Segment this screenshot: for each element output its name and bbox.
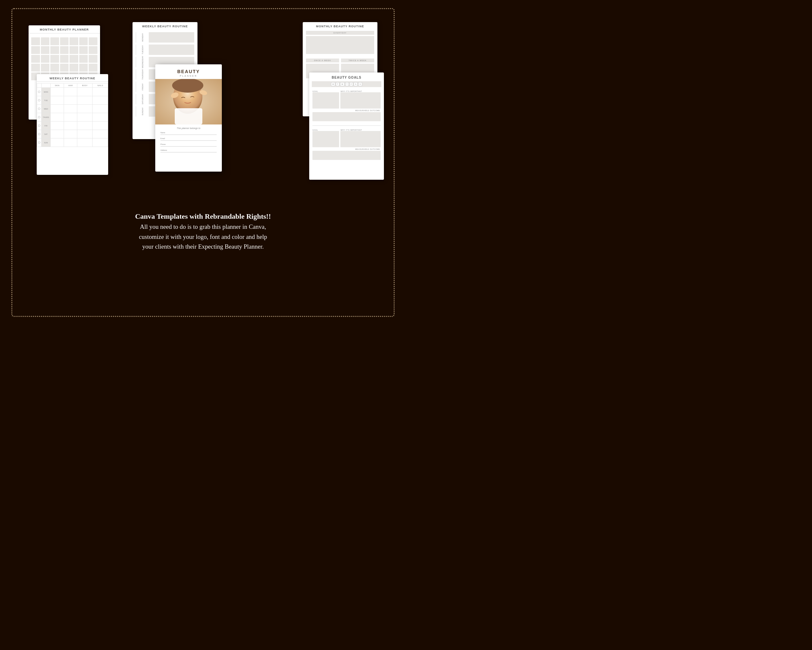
nails-cell xyxy=(93,88,108,96)
check-cell xyxy=(37,138,41,147)
form-fields: Name Email Phone Address xyxy=(155,131,222,153)
skin-cell xyxy=(51,113,64,122)
check-circle xyxy=(38,99,40,101)
day-label: THURSDAY xyxy=(136,69,149,80)
calendar-cell xyxy=(50,64,59,72)
form-field-address: Address xyxy=(160,148,217,153)
day-label: MONDAY xyxy=(136,32,149,43)
goal-section-2: GOAL WHY IT'S IMPORTANT MEASURABLE OUTCO… xyxy=(309,128,384,162)
calendar-cell xyxy=(70,37,78,45)
day-label: SATURDAY xyxy=(136,94,149,104)
check-cell xyxy=(37,130,41,138)
body-cell xyxy=(77,130,93,138)
calendar-cell xyxy=(41,64,50,72)
skin-cell xyxy=(51,122,64,130)
skin-cell xyxy=(51,138,64,147)
form-field-email: Email xyxy=(160,136,217,141)
bottom-text-section: Canva Templates with Rebrandable Rights!… xyxy=(116,211,290,252)
address-label: Address xyxy=(160,149,174,151)
check-circle xyxy=(38,133,40,135)
weekly-back-title: WEEKLY BEAUTY ROUTINE xyxy=(133,22,197,29)
day-w: W xyxy=(340,82,344,86)
weekly-front-card: WEEKLY BEAUTY ROUTINE SKIN HAIR BODY NAI… xyxy=(37,74,108,175)
list-item: TUESDAY xyxy=(136,44,194,55)
body-cell xyxy=(77,113,93,122)
skin-cell xyxy=(51,96,64,105)
calendar-cell xyxy=(31,64,40,72)
check-cell xyxy=(37,122,41,130)
calendar-cell xyxy=(60,55,69,63)
body-cell xyxy=(77,138,93,147)
measurable-row-2: MEASURABLE OUTCOME xyxy=(313,148,381,160)
beauty-center-title: BEAUTY xyxy=(155,64,222,75)
list-item: MONDAY xyxy=(136,32,194,43)
nails-cell xyxy=(93,138,108,147)
day-t2: T xyxy=(345,82,349,86)
bottom-line4: your clients with their Expecting Beauty… xyxy=(135,242,271,252)
weekly-table: SKIN HAIR BODY NAILS MON xyxy=(37,83,108,147)
goal-row-1: GOAL WHY IT'S IMPORTANT xyxy=(313,90,381,109)
beauty-image xyxy=(155,79,222,124)
svg-rect-5 xyxy=(175,108,202,124)
email-label: Email xyxy=(160,138,174,139)
everyday-label: EVERYDAY xyxy=(306,31,374,35)
calendar-cell xyxy=(41,46,50,54)
phone-label: Phone xyxy=(160,143,174,145)
beauty-goals-title: BEAUTY GOALS xyxy=(309,72,384,81)
calendar-cell xyxy=(50,55,59,63)
day-f: F xyxy=(350,82,353,86)
goal-box-2 xyxy=(313,131,339,147)
body-cell xyxy=(77,96,93,105)
day-cell: THURS xyxy=(41,113,51,122)
calendar-cell xyxy=(41,55,50,63)
beauty-center-card: BEAUTY PLANNER xyxy=(155,64,222,171)
calendar-cell xyxy=(50,37,59,45)
beauty-center-subtitle: PLANNER xyxy=(155,75,222,79)
hair-cell xyxy=(64,88,77,96)
measurable-row-1: MEASURABLE OUTCOME xyxy=(313,110,381,121)
check-circle xyxy=(38,124,40,127)
everyday-section: EVERYDAY xyxy=(303,29,377,57)
calendar-cell xyxy=(79,37,88,45)
skin-cell xyxy=(51,130,64,138)
day-label: WEDNESDAY xyxy=(136,57,149,67)
calendar-cell xyxy=(79,46,88,54)
hair-cell xyxy=(64,113,77,122)
body-header: BODY xyxy=(77,84,93,88)
beauty-image-content xyxy=(155,79,222,124)
goal-row-2: GOAL WHY IT'S IMPORTANT xyxy=(313,129,381,147)
skin-header: SKIN xyxy=(51,84,64,88)
twice-label: TWICE A WEEK xyxy=(341,58,374,63)
measurable-label-1: MEASURABLE OUTCOME xyxy=(313,110,381,112)
calendar-cell xyxy=(79,55,88,63)
table-row: SAT xyxy=(37,130,108,138)
day-cell: MON xyxy=(41,88,51,96)
monthly-planner-title: MONTHLY BEAUTY PLANNER xyxy=(29,25,100,34)
hair-header: HAIR xyxy=(64,84,77,88)
calendar-cell xyxy=(41,37,50,45)
check-circle xyxy=(38,91,40,93)
calendar-cell xyxy=(31,37,40,45)
everyday-content xyxy=(306,36,374,54)
calendar-cell xyxy=(89,64,98,72)
calendar-cell xyxy=(89,55,98,63)
body-cell xyxy=(77,88,93,96)
calendar-cell xyxy=(70,46,78,54)
why-box-1 xyxy=(340,92,381,109)
table-row: FRI xyxy=(37,122,108,130)
weekly-front-title: WEEKLY BEAUTY ROUTINE xyxy=(37,74,108,82)
goal-divider xyxy=(313,125,381,126)
calendar-cell xyxy=(31,46,40,54)
day-cell: FRI xyxy=(41,122,51,130)
nails-cell xyxy=(93,130,108,138)
phone-line xyxy=(174,142,217,146)
day-cell: SUN xyxy=(41,138,51,147)
table-row: SUN xyxy=(37,138,108,147)
calendar-cell xyxy=(60,37,69,45)
skin-cell xyxy=(51,105,64,113)
bottom-line3: customize it with your logo, font and co… xyxy=(135,232,271,242)
check-circle xyxy=(38,107,40,110)
check-circle xyxy=(38,141,40,144)
planners-row: MONTHLY BEAUTY PLANNER xyxy=(19,15,387,204)
day-m: M xyxy=(331,82,335,86)
